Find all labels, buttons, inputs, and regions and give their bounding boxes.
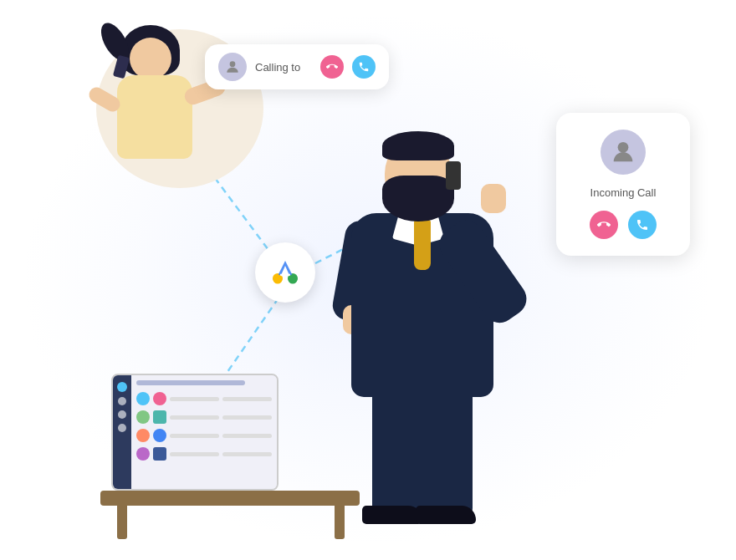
woman-body bbox=[117, 75, 192, 159]
crm-sidebar bbox=[113, 375, 131, 489]
crm-row-1 bbox=[136, 392, 272, 405]
man-phone bbox=[446, 161, 461, 190]
crm-header-bar bbox=[136, 380, 245, 385]
incoming-call-buttons bbox=[590, 211, 657, 239]
incoming-call-label: Incoming Call bbox=[590, 186, 657, 199]
man-beard bbox=[382, 176, 454, 221]
man-leg-left bbox=[372, 384, 422, 518]
crm-line-3b bbox=[222, 434, 272, 438]
google-ads-circle bbox=[255, 242, 315, 303]
main-scene: Calling to Incoming Call bbox=[21, 13, 715, 547]
man-shoe-left bbox=[362, 506, 422, 524]
crm-row-4 bbox=[136, 447, 272, 461]
incoming-avatar bbox=[601, 130, 646, 175]
crm-icon-bing bbox=[153, 410, 166, 424]
crm-line-2 bbox=[170, 415, 219, 420]
crm-icon-google bbox=[153, 429, 166, 442]
man-hand-right bbox=[481, 184, 506, 213]
crm-avatar-4 bbox=[136, 447, 150, 461]
sidebar-icon-1 bbox=[117, 382, 127, 392]
svg-point-3 bbox=[230, 61, 236, 67]
svg-point-5 bbox=[268, 255, 303, 290]
calling-end-button[interactable] bbox=[320, 55, 344, 79]
crm-line-4b bbox=[222, 452, 272, 456]
calling-avatar bbox=[218, 53, 247, 81]
svg-point-4 bbox=[618, 142, 629, 153]
crm-computer bbox=[111, 374, 279, 491]
man-shoe-right bbox=[416, 506, 476, 524]
calling-bubble: Calling to bbox=[205, 44, 389, 89]
man-leg-right bbox=[422, 384, 473, 518]
sidebar-dot-1 bbox=[118, 397, 126, 405]
incoming-call-card: Incoming Call bbox=[556, 113, 690, 256]
woman-head bbox=[130, 38, 171, 79]
calling-text: Calling to bbox=[255, 61, 312, 74]
calling-answer-button[interactable] bbox=[352, 55, 376, 79]
crm-row-3 bbox=[136, 429, 272, 442]
man-hair bbox=[382, 131, 454, 160]
crm-avatar-3 bbox=[136, 429, 150, 442]
crm-line-3 bbox=[170, 434, 219, 438]
svg-point-10 bbox=[273, 275, 283, 284]
crm-avatar-1 bbox=[136, 392, 150, 405]
crm-line-2b bbox=[222, 415, 272, 420]
crm-avatar-2 bbox=[136, 410, 150, 424]
svg-point-11 bbox=[289, 275, 298, 284]
sidebar-dot-2 bbox=[118, 410, 126, 419]
crm-icon-chat bbox=[153, 392, 166, 405]
crm-content bbox=[131, 375, 277, 489]
incoming-end-button[interactable] bbox=[590, 211, 618, 239]
man-tie bbox=[414, 220, 431, 270]
crm-line-1 bbox=[170, 397, 219, 401]
crm-icon-fb bbox=[153, 447, 166, 461]
incoming-answer-button[interactable] bbox=[628, 211, 657, 239]
google-ads-logo bbox=[267, 254, 304, 291]
crm-line-1b bbox=[222, 397, 272, 401]
crm-line-4 bbox=[170, 452, 219, 456]
sidebar-dot-3 bbox=[118, 424, 126, 432]
crm-row-2 bbox=[136, 410, 272, 424]
man-figure bbox=[305, 138, 539, 522]
